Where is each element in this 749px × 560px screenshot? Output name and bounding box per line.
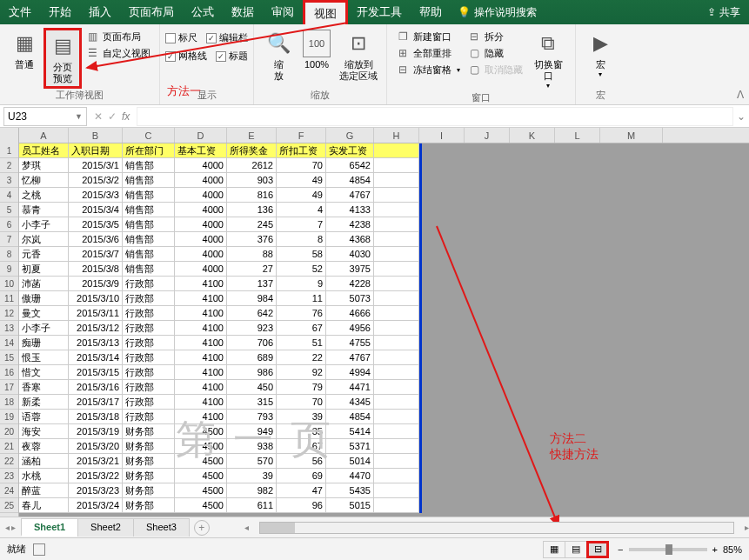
data-cell[interactable]: 销售部 bbox=[123, 262, 175, 277]
data-cell[interactable]: 6542 bbox=[326, 158, 374, 173]
header-cell[interactable]: 基本工资 bbox=[175, 143, 227, 158]
data-cell[interactable]: 2015/3/21 bbox=[69, 454, 123, 469]
sheet-tab[interactable]: Sheet1 bbox=[21, 518, 78, 537]
unhide-button[interactable]: ▢取消隐藏 bbox=[467, 63, 523, 77]
data-cell[interactable]: 2015/3/7 bbox=[69, 247, 123, 262]
sheet-tab[interactable]: Sheet3 bbox=[133, 518, 190, 537]
data-cell[interactable]: 39 bbox=[227, 469, 277, 483]
chevron-down-icon[interactable]: ▼ bbox=[75, 112, 83, 121]
data-cell[interactable]: 2015/3/5 bbox=[69, 217, 123, 232]
data-cell[interactable]: 元香 bbox=[19, 247, 69, 262]
row-header[interactable]: 15 bbox=[0, 350, 18, 365]
first-sheet-button[interactable]: ◂ bbox=[5, 523, 10, 532]
data-cell[interactable]: 136 bbox=[227, 203, 277, 217]
data-cell[interactable]: 行政部 bbox=[123, 350, 175, 365]
data-cell[interactable]: 财务部 bbox=[123, 498, 175, 513]
data-cell[interactable]: 88 bbox=[227, 247, 277, 262]
ruler-checkbox[interactable]: 标尺 bbox=[165, 31, 197, 44]
data-cell[interactable]: 4500 bbox=[175, 498, 227, 513]
data-cell[interactable]: 611 bbox=[227, 498, 277, 513]
header-cell[interactable]: 入职日期 bbox=[69, 143, 123, 158]
data-cell[interactable]: 涵柏 bbox=[19, 454, 69, 469]
zoom-100-button[interactable]: 100100% bbox=[298, 28, 336, 72]
data-cell[interactable]: 5414 bbox=[326, 424, 374, 439]
data-cell[interactable]: 4000 bbox=[175, 203, 227, 217]
column-header[interactable]: I bbox=[419, 128, 465, 143]
data-cell[interactable]: 夜蓉 bbox=[19, 439, 69, 454]
gridlines-checkbox[interactable]: ✓网格线 bbox=[165, 50, 207, 63]
row-header[interactable]: 4 bbox=[0, 188, 18, 203]
data-cell[interactable]: 财务部 bbox=[123, 439, 175, 454]
data-cell[interactable]: 恨玉 bbox=[19, 350, 69, 365]
data-cell[interactable]: 销售部 bbox=[123, 203, 175, 217]
row-header[interactable]: 19 bbox=[0, 410, 18, 424]
column-header[interactable]: F bbox=[277, 128, 326, 143]
data-cell[interactable]: 痴珊 bbox=[19, 336, 69, 350]
row-header[interactable]: 22 bbox=[0, 454, 18, 469]
data-cell[interactable]: 689 bbox=[227, 350, 277, 365]
data-cell[interactable]: 2015/3/22 bbox=[69, 469, 123, 483]
data-cell[interactable]: 2015/3/13 bbox=[69, 336, 123, 350]
data-cell[interactable]: 醉蓝 bbox=[19, 483, 69, 498]
data-cell[interactable]: 96 bbox=[277, 498, 326, 513]
data-cell[interactable]: 4500 bbox=[175, 469, 227, 483]
data-cell[interactable]: 986 bbox=[227, 365, 277, 380]
data-cell[interactable]: 4470 bbox=[326, 469, 374, 483]
data-cell[interactable]: 财务部 bbox=[123, 469, 175, 483]
data-cell[interactable]: 4100 bbox=[175, 306, 227, 321]
data-cell[interactable]: 11 bbox=[277, 291, 326, 306]
data-cell[interactable]: 5015 bbox=[326, 498, 374, 513]
data-cell[interactable]: 4755 bbox=[326, 336, 374, 350]
tab-开发工具[interactable]: 开发工具 bbox=[348, 0, 411, 24]
fx-icon[interactable]: fx bbox=[122, 110, 130, 123]
data-cell[interactable]: 982 bbox=[227, 483, 277, 498]
row-header[interactable]: 3 bbox=[0, 173, 18, 188]
data-cell[interactable]: 行政部 bbox=[123, 395, 175, 410]
data-cell[interactable]: 245 bbox=[227, 217, 277, 232]
data-cell[interactable]: 2015/3/2 bbox=[69, 173, 123, 188]
data-cell[interactable]: 水桃 bbox=[19, 469, 69, 483]
data-cell[interactable]: 376 bbox=[227, 232, 277, 247]
add-sheet-button[interactable]: + bbox=[194, 520, 210, 536]
data-cell[interactable]: 小李子 bbox=[19, 321, 69, 336]
data-cell[interactable]: 2015/3/24 bbox=[69, 498, 123, 513]
data-cell[interactable]: 4000 bbox=[175, 158, 227, 173]
data-cell[interactable]: 4767 bbox=[326, 350, 374, 365]
data-cell[interactable]: 5073 bbox=[326, 291, 374, 306]
data-cell[interactable]: 570 bbox=[227, 454, 277, 469]
data-cell[interactable]: 92 bbox=[277, 365, 326, 380]
zoom-in-button[interactable]: + bbox=[712, 544, 718, 555]
data-cell[interactable]: 51 bbox=[277, 336, 326, 350]
data-cell[interactable]: 4500 bbox=[175, 424, 227, 439]
data-cell[interactable]: 4000 bbox=[175, 188, 227, 203]
data-cell[interactable]: 销售部 bbox=[123, 173, 175, 188]
data-cell[interactable]: 4100 bbox=[175, 410, 227, 424]
column-header[interactable]: M bbox=[600, 128, 663, 143]
tab-数据[interactable]: 数据 bbox=[223, 0, 263, 24]
row-header[interactable]: 24 bbox=[0, 483, 18, 498]
data-cell[interactable]: 香寒 bbox=[19, 380, 69, 395]
data-cell[interactable]: 8 bbox=[277, 232, 326, 247]
data-cell[interactable]: 903 bbox=[227, 173, 277, 188]
data-cell[interactable]: 2015/3/9 bbox=[69, 277, 123, 291]
switch-windows-button[interactable]: ⧉切换窗口▾ bbox=[526, 28, 570, 91]
data-cell[interactable]: 小李子 bbox=[19, 217, 69, 232]
data-cell[interactable]: 行政部 bbox=[123, 380, 175, 395]
data-cell[interactable]: 2015/3/23 bbox=[69, 483, 123, 498]
data-cell[interactable]: 2015/3/19 bbox=[69, 424, 123, 439]
row-header[interactable]: 21 bbox=[0, 439, 18, 454]
data-cell[interactable]: 行政部 bbox=[123, 410, 175, 424]
data-cell[interactable]: 4238 bbox=[326, 217, 374, 232]
data-cell[interactable]: 行政部 bbox=[123, 277, 175, 291]
data-cell[interactable]: 4 bbox=[277, 203, 326, 217]
data-cell[interactable]: 3975 bbox=[326, 262, 374, 277]
data-cell[interactable]: 49 bbox=[277, 188, 326, 203]
data-cell[interactable]: 793 bbox=[227, 410, 277, 424]
data-cell[interactable]: 惜文 bbox=[19, 365, 69, 380]
data-cell[interactable]: 4000 bbox=[175, 262, 227, 277]
data-cell[interactable]: 2015/3/3 bbox=[69, 188, 123, 203]
data-cell[interactable]: 22 bbox=[277, 350, 326, 365]
next-sheet-button[interactable]: ▸ bbox=[11, 523, 16, 532]
column-header[interactable]: K bbox=[510, 128, 555, 143]
data-cell[interactable]: 450 bbox=[227, 380, 277, 395]
